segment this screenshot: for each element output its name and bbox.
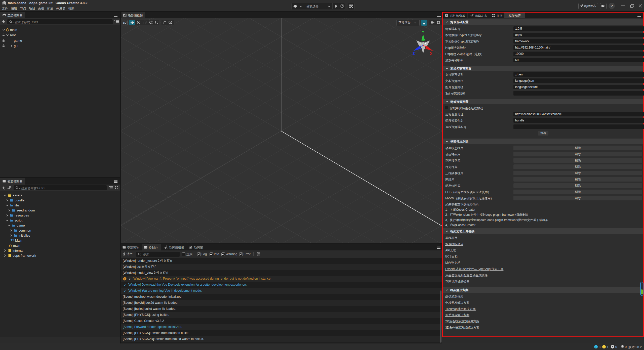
svg-text:Y: Y bbox=[422, 30, 424, 34]
svg-text:i: i bbox=[596, 345, 596, 348]
svg-text:X: X bbox=[430, 52, 432, 55]
svg-text:Z: Z bbox=[413, 52, 415, 55]
